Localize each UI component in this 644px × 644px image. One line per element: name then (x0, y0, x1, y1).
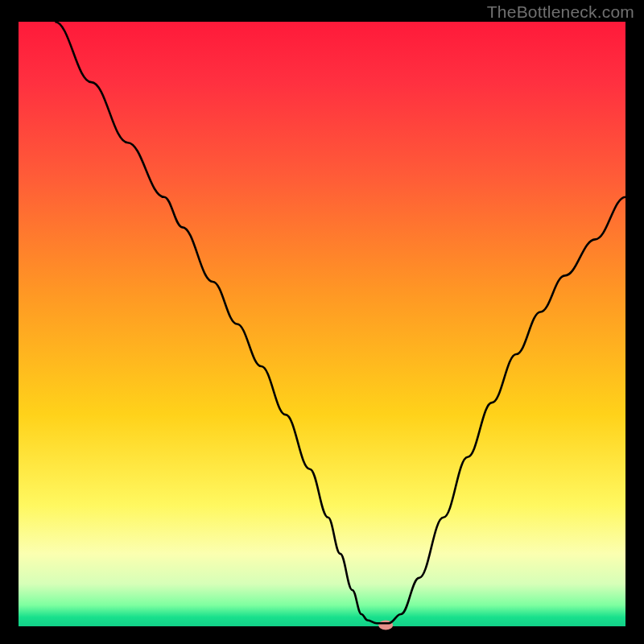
chart-frame: TheBottleneck.com (0, 0, 644, 644)
bottleneck-chart (0, 0, 644, 644)
watermark-text: TheBottleneck.com (487, 2, 634, 22)
